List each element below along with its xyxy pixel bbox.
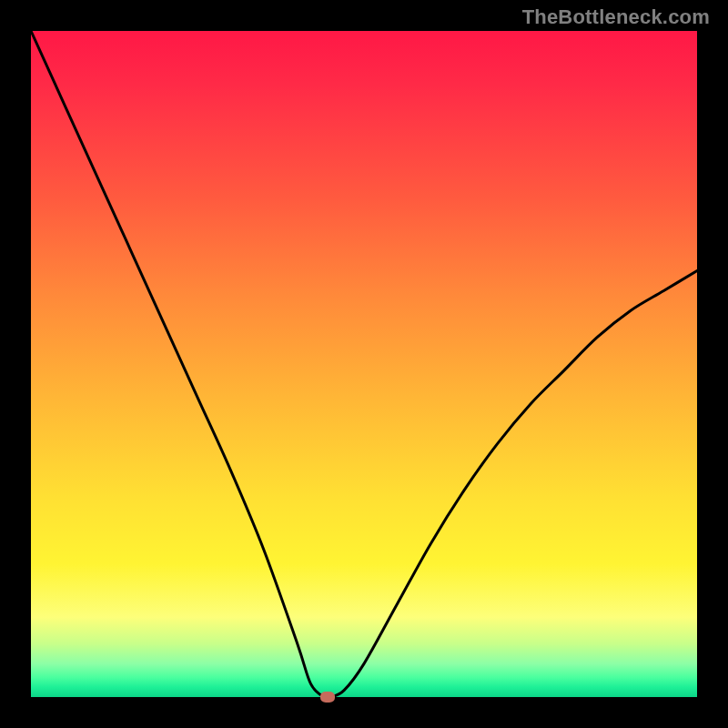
optimal-point-marker <box>320 692 335 703</box>
chart-frame: TheBottleneck.com <box>0 0 728 728</box>
watermark-text: TheBottleneck.com <box>522 5 710 29</box>
plot-area <box>31 31 697 697</box>
bottleneck-curve <box>31 31 697 697</box>
